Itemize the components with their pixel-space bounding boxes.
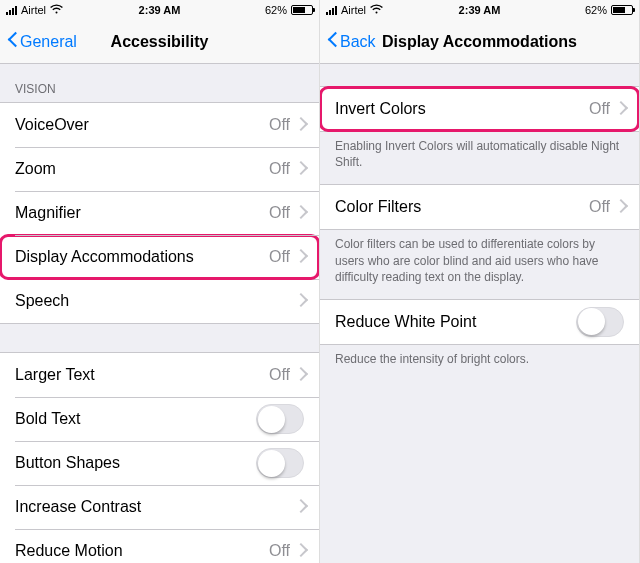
back-button[interactable]: General <box>8 33 77 51</box>
status-bar: Airtel 2:39 AM 62% <box>0 0 319 20</box>
row-label: Zoom <box>15 160 269 178</box>
row-value: Off <box>269 204 290 222</box>
chevron-right-icon <box>296 163 304 176</box>
row-label: Reduce Motion <box>15 542 269 560</box>
row-bold-text[interactable]: Bold Text <box>0 397 319 441</box>
chevron-right-icon <box>616 201 624 214</box>
back-button[interactable]: Back <box>328 33 376 51</box>
row-value: Off <box>269 248 290 266</box>
rwp-group: Reduce White Point <box>320 299 639 345</box>
row-label: Increase Contrast <box>15 498 296 516</box>
row-speech[interactable]: Speech <box>0 279 319 323</box>
row-value: Off <box>589 100 610 118</box>
chevron-right-icon <box>616 103 624 116</box>
row-button-shapes[interactable]: Button Shapes <box>0 441 319 485</box>
chevron-right-icon <box>296 501 304 514</box>
row-label: Speech <box>15 292 296 310</box>
battery-icon <box>611 5 633 15</box>
back-label: Back <box>340 33 376 51</box>
row-color-filters[interactable]: Color Filters Off <box>320 185 639 229</box>
filters-group: Color Filters Off <box>320 184 639 230</box>
invert-group: Invert Colors Off <box>320 86 639 132</box>
toggle-button-shapes[interactable] <box>256 448 304 478</box>
row-label: Magnifier <box>15 204 269 222</box>
row-label: Bold Text <box>15 410 256 428</box>
row-magnifier[interactable]: Magnifier Off <box>0 191 319 235</box>
row-increase-contrast[interactable]: Increase Contrast <box>0 485 319 529</box>
status-bar: Airtel 2:39 AM 62% <box>320 0 639 20</box>
chevron-right-icon <box>296 119 304 132</box>
row-label: Button Shapes <box>15 454 256 472</box>
row-value: Off <box>269 160 290 178</box>
nav-bar: Back Display Accommodations <box>320 20 639 64</box>
row-zoom[interactable]: Zoom Off <box>0 147 319 191</box>
row-label: Invert Colors <box>335 100 589 118</box>
filters-footer: Color filters can be used to differentia… <box>320 230 639 299</box>
chevron-left-icon <box>8 34 18 50</box>
accessibility-screen: Airtel 2:39 AM 62% General Accessibility… <box>0 0 320 563</box>
row-larger-text[interactable]: Larger Text Off <box>0 353 319 397</box>
display-accommodations-screen: Airtel 2:39 AM 62% Back Display Accommod… <box>320 0 640 563</box>
row-value: Off <box>589 198 610 216</box>
chevron-right-icon <box>296 207 304 220</box>
row-reduce-motion[interactable]: Reduce Motion Off <box>0 529 319 563</box>
chevron-right-icon <box>296 295 304 308</box>
rwp-footer: Reduce the intensity of bright colors. <box>320 345 639 381</box>
row-label: Larger Text <box>15 366 269 384</box>
row-label: Display Accommodations <box>15 248 269 266</box>
clock: 2:39 AM <box>320 4 639 16</box>
invert-footer: Enabling Invert Colors will automaticall… <box>320 132 639 184</box>
vision-group: VoiceOver Off Zoom Off Magnifier Off Dis… <box>0 102 319 324</box>
row-value: Off <box>269 542 290 560</box>
row-display-accommodations[interactable]: Display Accommodations Off <box>0 235 319 279</box>
chevron-right-icon <box>296 369 304 382</box>
row-value: Off <box>269 116 290 134</box>
section-header-vision: VISION <box>0 64 319 102</box>
clock: 2:39 AM <box>0 4 319 16</box>
chevron-right-icon <box>296 545 304 558</box>
row-voiceover[interactable]: VoiceOver Off <box>0 103 319 147</box>
battery-icon <box>291 5 313 15</box>
back-label: General <box>20 33 77 51</box>
row-reduce-white-point[interactable]: Reduce White Point <box>320 300 639 344</box>
toggle-bold-text[interactable] <box>256 404 304 434</box>
toggle-reduce-white-point[interactable] <box>576 307 624 337</box>
text-group: Larger Text Off Bold Text Button Shapes … <box>0 352 319 563</box>
row-value: Off <box>269 366 290 384</box>
row-label: VoiceOver <box>15 116 269 134</box>
chevron-right-icon <box>296 251 304 264</box>
row-label: Color Filters <box>335 198 589 216</box>
row-invert-colors[interactable]: Invert Colors Off <box>320 87 639 131</box>
nav-bar: General Accessibility <box>0 20 319 64</box>
row-label: Reduce White Point <box>335 313 576 331</box>
chevron-left-icon <box>328 34 338 50</box>
